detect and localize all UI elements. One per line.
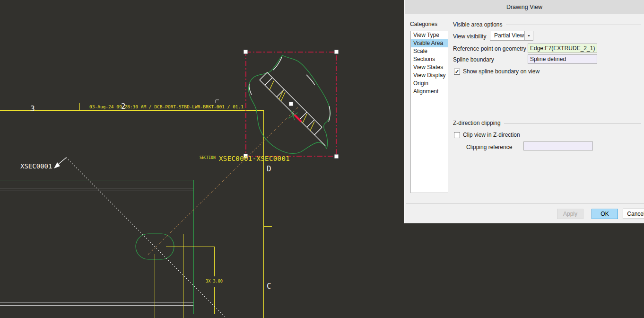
category-scale[interactable]: Scale: [411, 47, 448, 55]
button-divider: [588, 210, 588, 219]
xsec-arrow-label[interactable]: XSEC0001: [20, 162, 52, 170]
reference-point-label: Reference point on geometry: [453, 45, 526, 52]
rib-section-edges[interactable]: [260, 72, 325, 146]
z-clipping-group-label: Z-direction clipping: [453, 120, 501, 126]
chevron-down-icon[interactable]: ▼: [524, 31, 533, 40]
category-alignment[interactable]: Alignment: [411, 88, 448, 96]
apply-button[interactable]: Apply: [557, 209, 583, 219]
section-trace-line[interactable]: [148, 107, 298, 255]
zone-letter-d: D: [267, 164, 271, 173]
clipping-reference-label: Clipping reference: [466, 144, 512, 150]
cutting-plane-line[interactable]: [66, 158, 226, 318]
fold-mark: [216, 100, 219, 103]
dialog-titlebar[interactable]: Drawing View: [405, 0, 644, 14]
zone-letter-c: C: [267, 282, 271, 291]
clip-z-checkbox-label: Clip view in Z-direction: [463, 132, 520, 138]
reference-point-field[interactable]: Edge:F7(EXTRUDE_2_1): [528, 44, 597, 53]
category-view-states[interactable]: View States: [411, 63, 448, 71]
section-arrow-shaft: [57, 158, 66, 165]
category-visible-area[interactable]: Visible Area: [411, 39, 448, 47]
handle-top-right: [334, 50, 339, 54]
zone-number-2: 2: [121, 102, 126, 111]
selection-handles[interactable]: [244, 50, 339, 159]
category-view-display[interactable]: View Display: [411, 71, 448, 80]
show-spline-checkbox[interactable]: ✓: [454, 69, 460, 75]
categories-label: Categories: [410, 21, 437, 27]
category-view-type[interactable]: View Type: [411, 31, 448, 39]
clip-z-checkbox[interactable]: [454, 132, 460, 138]
handle-center: [289, 102, 293, 106]
dialog-title: Drawing View: [506, 4, 542, 10]
spline-boundary-label: Spline boundary: [453, 56, 494, 63]
view-visibility-select[interactable]: Partial View ▼: [490, 31, 533, 41]
cancel-button[interactable]: Cancel: [623, 209, 644, 219]
clipping-reference-field[interactable]: [523, 141, 593, 150]
visible-area-group-label: Visible area options: [453, 21, 503, 28]
view-visibility-label: View visibility: [453, 33, 486, 40]
spline-boundary-field[interactable]: Spline defined: [528, 54, 597, 64]
zone-number-3: 3: [30, 104, 35, 113]
application-window: 03-Aug-24 09:28:30 AM / DCB-PORT-STBD-LW…: [0, 0, 644, 318]
dimension-text[interactable]: 3X 3.00: [206, 279, 223, 283]
selected-reference-edge[interactable]: [294, 115, 301, 122]
category-sections[interactable]: Sections: [411, 55, 448, 63]
category-origin[interactable]: Origin: [411, 80, 448, 88]
z-clipping-group-header: Z-direction clipping: [453, 120, 641, 126]
check-icon: ✓: [455, 69, 459, 74]
group-rule: [504, 123, 641, 124]
show-spline-checkbox-label: Show spline boundary on view: [463, 68, 540, 75]
bracket-view-geometry[interactable]: [0, 180, 193, 314]
handle-bottom-right: [334, 154, 339, 159]
drawing-view-dialog: Drawing View Categories View Type Visibl…: [404, 0, 644, 223]
visible-area-group-header: Visible area options: [453, 21, 641, 28]
section-caption[interactable]: XSEC0001-XSEC0001: [219, 155, 290, 162]
categories-listbox[interactable]: View Type Visible Area Scale Sections Vi…: [410, 31, 448, 193]
button-separator-line: [406, 203, 644, 203]
handle-top-left: [244, 50, 248, 54]
group-rule: [506, 25, 641, 25]
ok-button[interactable]: OK: [592, 209, 618, 219]
view-visibility-value: Partial View: [490, 31, 524, 40]
spline-highlight-segments: [249, 57, 330, 122]
section-caption-prefix: SECTION: [200, 156, 216, 160]
sheet-format-text: 03-Aug-24 09:28:30 AM / DCB-PORT-STBD-LW…: [89, 104, 244, 109]
sheet-border-lines: [0, 103, 272, 318]
